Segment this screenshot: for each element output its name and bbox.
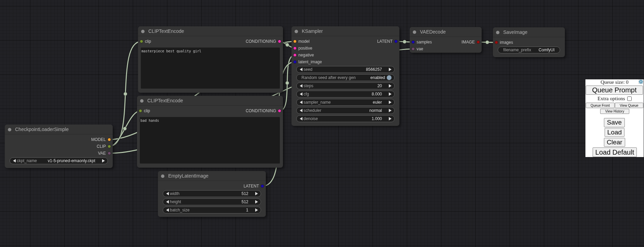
- widget-increment-arrow[interactable]: [255, 192, 258, 195]
- settings-button[interactable]: [638, 79, 643, 84]
- node-saveimage[interactable]: SaveImageimagesfilename_prefixComfyUI: [493, 27, 565, 57]
- node-title-bar[interactable]: SaveImage: [493, 27, 565, 37]
- slot-dot-clip[interactable]: [108, 145, 111, 148]
- widget-decrement-arrow[interactable]: [300, 68, 302, 71]
- widget-decrement-arrow[interactable]: [300, 84, 302, 88]
- toggle-on-dot[interactable]: [387, 75, 392, 80]
- output-slot-image[interactable]: IMAGE: [410, 39, 482, 46]
- output-slot-vae[interactable]: VAE: [5, 150, 113, 157]
- widget-increment-arrow[interactable]: [389, 92, 392, 96]
- link-midpoint-dot[interactable]: [485, 40, 489, 44]
- node-ksampler[interactable]: KSamplermodelpositivenegativelatent_imag…: [292, 26, 399, 126]
- link-midpoint-dot[interactable]: [285, 43, 289, 47]
- output-slot-conditioning[interactable]: CONDITIONING: [137, 107, 283, 114]
- node-title-bar[interactable]: CheckpointLoaderSimple: [5, 125, 113, 134]
- widget-filename-prefix[interactable]: filename_prefixComfyUI: [498, 47, 560, 53]
- widget-decrement-arrow[interactable]: [166, 192, 169, 195]
- input-slot-vae[interactable]: vae: [410, 46, 482, 52]
- node-collapse-dot[interactable]: [8, 128, 11, 131]
- widget-decrement-arrow[interactable]: [300, 109, 302, 112]
- widget-increment-arrow[interactable]: [389, 68, 392, 71]
- slot-dot-image[interactable]: [495, 41, 498, 44]
- input-slot-positive[interactable]: positive: [292, 45, 399, 52]
- view-queue-button[interactable]: View Queue: [615, 103, 643, 108]
- widget-decrement-arrow[interactable]: [300, 101, 302, 104]
- widget-height[interactable]: height512: [163, 198, 261, 205]
- load-default-button[interactable]: Load Default: [593, 147, 637, 157]
- widget-scheduler[interactable]: schedulernormal: [296, 107, 395, 114]
- widget-seed[interactable]: seed8566257: [296, 66, 395, 73]
- slot-dot-vae[interactable]: [108, 152, 111, 155]
- link-midpoint-dot[interactable]: [124, 92, 127, 95]
- widget-increment-arrow[interactable]: [389, 109, 392, 112]
- slot-dot-image[interactable]: [476, 40, 480, 44]
- widget-width[interactable]: width512: [163, 190, 261, 197]
- output-slot-model[interactable]: MODEL: [5, 136, 113, 143]
- widget-increment-arrow[interactable]: [255, 200, 258, 204]
- output-slot-latent[interactable]: LATENT: [158, 183, 266, 190]
- node-cliptextencode[interactable]: CLIPTextEncodeclipCONDITIONING: [138, 26, 283, 93]
- widget-random-seed-after-every-gen[interactable]: Random seed after every genenabled: [296, 74, 395, 81]
- slot-dot-conditioning[interactable]: [293, 53, 297, 57]
- extra-options-checkbox[interactable]: [627, 96, 632, 101]
- widget-decrement-arrow[interactable]: [300, 117, 302, 120]
- save-button[interactable]: Save: [604, 118, 625, 127]
- node-collapse-dot[interactable]: [295, 30, 298, 33]
- widget-increment-arrow[interactable]: [389, 117, 392, 120]
- load-button[interactable]: Load: [605, 128, 624, 137]
- slot-dot-model[interactable]: [108, 138, 111, 141]
- output-slot-conditioning[interactable]: CONDITIONING: [138, 38, 283, 45]
- widget-increment-arrow[interactable]: [255, 208, 258, 212]
- queue-front-button[interactable]: Queue Front: [586, 103, 615, 108]
- prompt-textarea[interactable]: [141, 48, 280, 89]
- node-vaedecode[interactable]: VAEDecodesamplesvaeIMAGE: [410, 27, 482, 53]
- node-collapse-dot[interactable]: [141, 30, 145, 33]
- widget-decrement-arrow[interactable]: [166, 200, 169, 204]
- prompt-textarea[interactable]: [140, 117, 280, 164]
- node-collapse-dot[interactable]: [496, 31, 499, 34]
- widget-ckpt-name[interactable]: ckpt_namev1-5-pruned-emaonly.ckpt: [10, 157, 108, 164]
- widget-decrement-arrow[interactable]: [300, 92, 302, 96]
- widget-decrement-arrow[interactable]: [13, 159, 16, 162]
- node-collapse-dot[interactable]: [161, 174, 164, 178]
- input-slot-images[interactable]: images: [493, 39, 565, 46]
- node-title-bar[interactable]: CLIPTextEncode: [138, 26, 283, 36]
- link-midpoint-dot[interactable]: [403, 40, 406, 43]
- slot-dot-vae[interactable]: [411, 47, 415, 51]
- slot-dot-conditioning[interactable]: [278, 40, 281, 43]
- slot-dot-latent[interactable]: [394, 40, 398, 43]
- widget-increment-arrow[interactable]: [389, 84, 392, 88]
- widget-sampler-name[interactable]: sampler_nameeuler: [296, 99, 395, 106]
- widget-increment-arrow[interactable]: [102, 159, 105, 162]
- node-checkpointloadersimple[interactable]: CheckpointLoaderSimpleMODELCLIPVAEckpt_n…: [5, 125, 113, 168]
- widget-label: sampler_name: [304, 99, 331, 105]
- node-title-bar[interactable]: EmptyLatentImage: [158, 171, 266, 181]
- input-slot-negative[interactable]: negative: [292, 52, 399, 58]
- node-title-bar[interactable]: VAEDecode: [410, 27, 482, 37]
- node-title-bar[interactable]: KSampler: [292, 26, 399, 36]
- view-history-button[interactable]: View History: [600, 109, 629, 114]
- widget-cfg[interactable]: cfg8.000: [296, 91, 395, 98]
- widget-decrement-arrow[interactable]: [166, 208, 169, 212]
- slot-label: IMAGE: [461, 39, 475, 46]
- widget-increment-arrow[interactable]: [389, 101, 392, 104]
- node-emptylatentimage[interactable]: EmptyLatentImageLATENTwidth512height512b…: [158, 171, 266, 217]
- slot-dot-latent[interactable]: [261, 184, 264, 188]
- widget-denoise[interactable]: denoise1.000: [296, 115, 395, 122]
- widget-batch-size[interactable]: batch_size1: [163, 207, 261, 213]
- link-midpoint-dot[interactable]: [285, 81, 289, 84]
- link-midpoint-dot[interactable]: [123, 127, 126, 130]
- clear-button[interactable]: Clear: [604, 138, 625, 147]
- output-slot-clip[interactable]: CLIP: [5, 143, 113, 150]
- slot-dot-conditioning[interactable]: [293, 47, 297, 50]
- queue-prompt-button[interactable]: Queue Prompt: [586, 86, 643, 95]
- node-collapse-dot[interactable]: [413, 30, 416, 34]
- node-collapse-dot[interactable]: [140, 99, 144, 103]
- node-cliptextencode[interactable]: CLIPTextEncodeclipCONDITIONING: [137, 96, 283, 168]
- slot-dot-latent[interactable]: [293, 60, 297, 64]
- output-slot-latent[interactable]: LATENT: [292, 38, 399, 45]
- input-slot-latent-image[interactable]: latent_image: [292, 58, 399, 65]
- node-title-bar[interactable]: CLIPTextEncode: [137, 96, 283, 106]
- widget-steps[interactable]: steps20: [296, 82, 395, 89]
- slot-dot-conditioning[interactable]: [278, 109, 281, 113]
